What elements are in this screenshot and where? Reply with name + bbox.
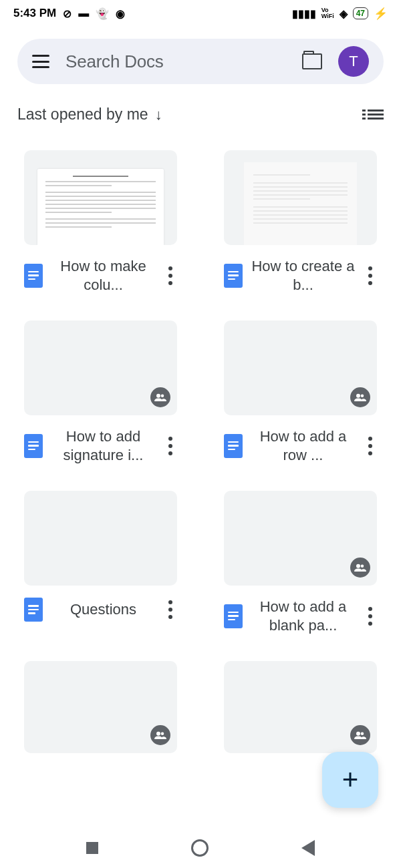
sort-label-text: Last opened by me [17, 105, 148, 124]
svg-point-0 [156, 394, 160, 398]
doc-thumbnail[interactable] [24, 491, 177, 586]
doc-thumbnail[interactable] [24, 320, 177, 415]
docs-file-icon [224, 434, 243, 458]
thumb-page [244, 162, 357, 245]
docs-file-icon [24, 434, 43, 458]
avatar[interactable]: T [338, 46, 369, 77]
search-bar[interactable]: Search Docs T [17, 39, 384, 84]
more-options-icon[interactable] [164, 437, 177, 455]
svg-point-7 [161, 732, 164, 736]
sort-row: Last opened by me ↓ [0, 84, 401, 124]
system-nav-bar [0, 828, 401, 868]
docs-file-icon [24, 598, 43, 622]
doc-card[interactable] [224, 661, 377, 753]
svg-point-5 [361, 565, 364, 568]
more-options-icon[interactable] [164, 266, 177, 285]
svg-point-2 [356, 394, 360, 398]
shared-icon [150, 387, 170, 407]
record-icon: ◉ [116, 7, 125, 20]
doc-card[interactable]: How to make colu... [24, 150, 177, 294]
docs-file-icon [224, 604, 243, 628]
svg-point-6 [156, 732, 160, 736]
vowifi-icon: VoWiFi [321, 7, 334, 19]
svg-point-8 [356, 732, 360, 736]
svg-point-4 [356, 564, 360, 568]
hamburger-icon[interactable] [32, 55, 49, 68]
plus-icon: + [342, 766, 359, 794]
more-options-icon[interactable] [364, 607, 377, 626]
doc-title: How to make colu... [51, 257, 156, 294]
wifi-icon: ◈ [340, 7, 348, 20]
doc-thumbnail[interactable] [24, 150, 177, 245]
docs-file-icon [24, 264, 43, 288]
search-input[interactable]: Search Docs [65, 51, 286, 72]
doc-card[interactable]: How to add signature i... [24, 320, 177, 464]
more-options-icon[interactable] [364, 437, 377, 455]
doc-title: How to add a blank pa... [251, 598, 356, 634]
battery-indicator: 47 [353, 7, 368, 19]
doc-title: How to add signature i... [51, 427, 156, 464]
sms-icon: ▬ [78, 7, 89, 19]
more-options-icon[interactable] [164, 600, 177, 619]
doc-card[interactable]: How to create a b... [224, 150, 377, 294]
view-toggle-icon[interactable] [368, 110, 384, 120]
folder-icon[interactable] [302, 53, 322, 69]
svg-point-1 [161, 395, 164, 398]
nav-home-icon[interactable] [191, 839, 209, 857]
shared-icon [150, 725, 170, 745]
thumb-page [37, 169, 164, 245]
docs-file-icon [224, 264, 243, 288]
shared-icon [350, 387, 370, 407]
doc-thumbnail[interactable] [24, 661, 177, 753]
shared-icon [350, 558, 370, 578]
doc-title: How to create a b... [251, 257, 356, 294]
doc-thumbnail[interactable] [224, 661, 377, 753]
doc-thumbnail[interactable] [224, 320, 377, 415]
svg-point-3 [361, 395, 364, 398]
doc-thumbnail[interactable] [224, 491, 377, 586]
svg-point-9 [361, 732, 364, 736]
doc-card[interactable]: How to add a row ... [224, 320, 377, 464]
snap-icon: 👻 [96, 7, 109, 20]
doc-card[interactable]: Questions [24, 491, 177, 634]
doc-title: Questions [51, 600, 156, 619]
dnd-icon: ⊘ [63, 7, 72, 20]
document-grid: How to make colu... How to create a b... [0, 124, 401, 753]
doc-card[interactable] [24, 661, 177, 753]
shared-icon [350, 725, 370, 745]
sort-button[interactable]: Last opened by me ↓ [17, 105, 162, 124]
arrow-down-icon: ↓ [155, 106, 162, 124]
doc-thumbnail[interactable] [224, 150, 377, 245]
new-doc-fab[interactable]: + [322, 752, 378, 808]
doc-title: How to add a row ... [251, 427, 356, 464]
nav-recents-icon[interactable] [86, 842, 98, 854]
more-options-icon[interactable] [364, 266, 377, 285]
charging-icon: ⚡ [374, 7, 388, 21]
doc-card[interactable]: How to add a blank pa... [224, 491, 377, 634]
status-bar: 5:43 PM ⊘ ▬ 👻 ◉ ▮▮▮▮ VoWiFi ◈ 47 ⚡ [0, 0, 401, 27]
status-time: 5:43 PM [13, 7, 56, 20]
nav-back-icon[interactable] [301, 840, 315, 856]
signal-icon: ▮▮▮▮ [292, 7, 316, 20]
